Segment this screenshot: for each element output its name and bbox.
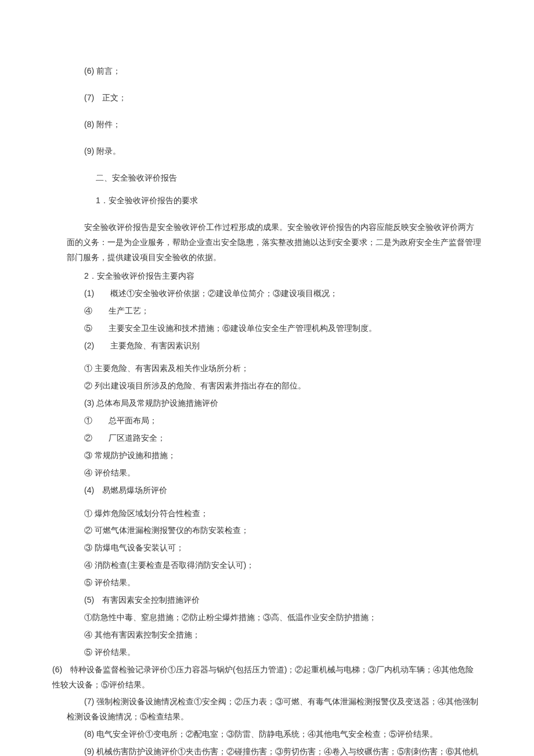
section-5-item-4: ④ 其他有害因素控制安全措施；: [52, 628, 482, 643]
section-2: (2) 主要危险、有害因素识别: [52, 339, 482, 354]
section-3-item-4: ④ 评价结果。: [52, 466, 482, 481]
section-4-item-1: ① 爆炸危险区域划分符合性检查；: [52, 506, 482, 521]
section-2-item-2: ② 列出建设项目所涉及的危险、有害因素并指出存在的部位。: [52, 379, 482, 394]
list-item-8: (8) 附件；: [52, 117, 482, 132]
section-4: (4) 易燃易爆场所评价: [52, 483, 482, 498]
section-5-item-5: ⑤ 评价结果。: [52, 645, 482, 660]
section-3: (3) 总体布局及常规防护设施措施评价: [52, 396, 482, 411]
section-1-item-4: ④ 生产工艺；: [52, 304, 482, 319]
section-2-item-1: ① 主要危险、有害因素及相关作业场所分析；: [52, 361, 482, 376]
section-4-item-2: ② 可燃气体泄漏检测报警仪的布防安装检查；: [52, 523, 482, 538]
section-7: (7) 强制检测设备设施情况检查①安全阀；②压力表；③可燃、有毒气体泄漏检测报警…: [52, 694, 482, 725]
section-4-item-3: ③ 防爆电气设备安装认可；: [52, 541, 482, 556]
list-item-6: (6) 前言；: [52, 64, 482, 79]
section-3-item-1: ① 总平面布局；: [52, 413, 482, 429]
section-5-items-a: ①防急性中毒、窒息措施；②防止粉尘爆炸措施；③高、低温作业安全防护措施；: [52, 610, 482, 625]
heading-2-2: 2．安全验收评价报告主要内容: [52, 269, 482, 284]
section-5: (5) 有害因素安全控制措施评价: [52, 593, 482, 608]
section-6: (6) 特种设备监督检验记录评价①压力容器与锅炉(包括压力管道)；②起重机械与电…: [52, 663, 482, 693]
section-9: (9) 机械伤害防护设施评价①夹击伤害；②碰撞伤害；③剪切伤害；④卷入与绞碾伤害…: [52, 744, 482, 756]
section-1-item-5: ⑤ 主要安全卫生设施和技术措施；⑥建设单位安全生产管理机构及管理制度。: [52, 321, 482, 336]
section-8: (8) 电气安全评价①变电所；②配电室；③防雷、防静电系统；④其他电气安全检查；…: [52, 727, 482, 742]
list-item-9: (9) 附录。: [52, 144, 482, 159]
section-3-item-2: ② 厂区道路安全；: [52, 431, 482, 446]
heading-2-1: 1．安全验收评价报告的要求: [52, 193, 482, 208]
list-item-7: (7) 正文；: [52, 91, 482, 106]
section-1: (1) 概述①安全验收评价依据；②建设单位简介；③建设项目概况；: [52, 286, 482, 301]
section-3-item-3: ③ 常规防护设施和措施；: [52, 448, 482, 463]
paragraph-intro: 安全验收评价报告是安全验收评价工作过程形成的成果。安全验收评价报告的内容应能反映…: [52, 220, 482, 265]
section-4-item-5: ⑤ 评价结果。: [52, 575, 482, 591]
heading-section-2: 二、安全验收评价报告: [52, 171, 482, 186]
section-4-item-4: ④ 消防检查(主要检查是否取得消防安全认可)；: [52, 558, 482, 573]
